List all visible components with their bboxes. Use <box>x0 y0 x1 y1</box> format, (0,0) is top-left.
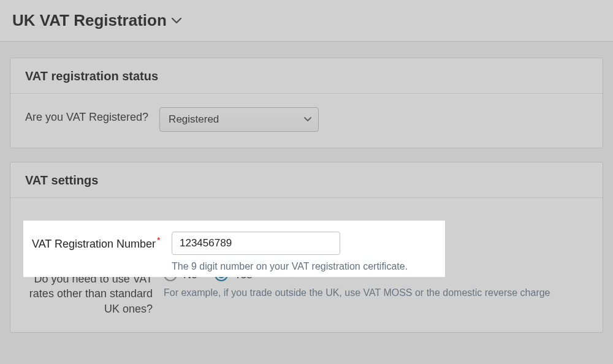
page-title: UK VAT Registration <box>12 11 167 30</box>
vat-status-title: VAT registration status <box>10 58 603 94</box>
vat-registered-select[interactable]: Registered <box>159 107 319 132</box>
vat-reg-number-help: The 9 digit number on your VAT registrat… <box>172 261 433 272</box>
page-header: UK VAT Registration <box>0 0 613 42</box>
vat-reg-number-label: VAT Registration Number* <box>29 232 161 251</box>
vat-registered-value: Registered <box>169 113 219 126</box>
vat-registered-label: Are you VAT Registered? <box>25 107 148 124</box>
placeholder-label <box>25 211 153 215</box>
content-area: VAT registration status Are you VAT Regi… <box>0 42 613 333</box>
required-asterisk: * <box>157 235 160 245</box>
chevron-down-icon <box>172 18 181 24</box>
vat-status-card: VAT registration status Are you VAT Regi… <box>10 58 603 148</box>
vat-reg-number-highlight: VAT Registration Number* The 9 digit num… <box>23 221 445 277</box>
vat-settings-title: VAT settings <box>10 162 603 198</box>
other-rates-help: For example, if you trade outside the UK… <box>164 287 588 298</box>
page-title-dropdown[interactable]: UK VAT Registration <box>12 11 181 30</box>
vat-reg-number-input[interactable] <box>172 232 340 255</box>
vat-registered-row: Are you VAT Registered? Registered <box>25 107 588 132</box>
